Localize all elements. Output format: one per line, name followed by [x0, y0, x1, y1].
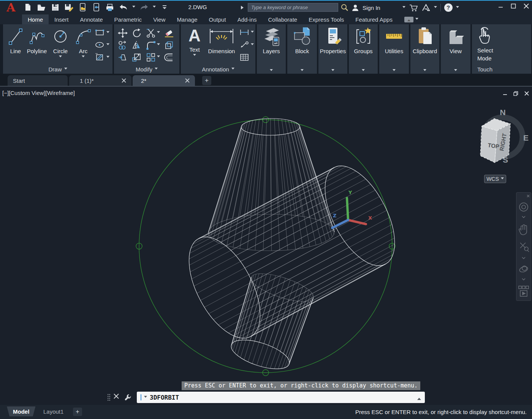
viewport-close-icon[interactable] [524, 91, 529, 96]
layers-panel-footer[interactable] [257, 69, 286, 73]
ribbon-display-button[interactable] [404, 17, 413, 22]
hatch-dropdown-caret-icon[interactable] [106, 56, 109, 59]
save-button[interactable] [50, 3, 60, 12]
fillet-tool-button[interactable] [145, 40, 157, 51]
groups-button[interactable]: Groups [354, 27, 372, 54]
plot-button[interactable] [105, 3, 115, 12]
rectangle-dropdown-caret-icon[interactable] [106, 31, 109, 35]
command-input[interactable]: 3DFORBIT [137, 392, 425, 403]
save-to-mobile-button[interactable] [91, 3, 101, 12]
layers-button[interactable]: Layers [262, 27, 280, 54]
properties-panel-footer[interactable] [318, 69, 347, 73]
undo-button[interactable] [119, 3, 128, 12]
trim-tool-button[interactable] [145, 27, 157, 39]
new-drawing-tab-button[interactable]: + [202, 76, 211, 85]
scale-tool-button[interactable] [131, 52, 142, 63]
new-file-button[interactable] [23, 3, 33, 12]
wcs-dropdown[interactable]: WCS [484, 175, 506, 183]
copy-tool-button[interactable] [117, 40, 128, 51]
ribbon-display-caret-icon[interactable] [415, 18, 418, 21]
autodesk-logo-icon[interactable] [421, 3, 431, 12]
sign-in-dropdown-caret-icon[interactable] [402, 6, 405, 9]
stretch-tool-button[interactable] [117, 52, 128, 63]
ellipse-dropdown-caret-icon[interactable] [106, 43, 109, 47]
polyline-tool-button[interactable]: Polyline [27, 27, 47, 54]
circle-dropdown-caret-icon[interactable] [59, 55, 62, 59]
move-tool-button[interactable] [117, 27, 128, 39]
sign-in-label[interactable]: Sign In [363, 5, 380, 11]
viewcube[interactable]: N E S TOP RIGHT [472, 104, 532, 168]
maximize-button[interactable] [510, 2, 517, 10]
open-from-mobile-button[interactable] [78, 3, 87, 12]
layout1-tab[interactable]: Layout1 [37, 406, 70, 416]
qat-customize-button[interactable] [160, 3, 169, 12]
trim-dropdown-caret-icon[interactable] [157, 31, 160, 35]
help-dropdown-caret-icon[interactable] [456, 6, 459, 9]
help-icon[interactable]: ? [444, 3, 453, 12]
redo-dropdown-caret-icon[interactable] [153, 6, 156, 9]
open-file-button[interactable] [36, 3, 46, 12]
autocad-logo-icon[interactable]: A [3, 1, 19, 14]
view-panel-footer[interactable] [441, 69, 470, 73]
command-history-caret-icon[interactable] [417, 396, 421, 400]
properties-button[interactable]: Properties [324, 27, 342, 54]
tab-annotate[interactable]: Annotate [74, 14, 109, 24]
utilities-button[interactable]: Utilities [385, 27, 403, 54]
new-layout-button[interactable]: + [73, 408, 82, 416]
leader-dropdown-caret-icon[interactable] [251, 43, 254, 47]
offset-tool-button[interactable] [163, 52, 175, 63]
table-icon[interactable] [239, 53, 249, 62]
search-icon[interactable] [340, 3, 349, 12]
groups-panel-footer[interactable] [349, 69, 378, 73]
model-tab[interactable]: Model [7, 406, 35, 416]
minimize-button[interactable] [497, 2, 504, 10]
modify-panel-footer[interactable]: Modify [114, 66, 179, 73]
dimension-dropdown-caret-icon[interactable] [251, 31, 254, 34]
clipboard-button[interactable]: Clipboard [416, 27, 434, 54]
block-button[interactable]: Block [293, 27, 311, 54]
tab-home[interactable]: Home [22, 14, 49, 24]
erase-tool-button[interactable] [163, 27, 175, 39]
annotation-panel-footer[interactable]: Annotation [181, 66, 255, 73]
file-tab-2[interactable]: 2* [133, 75, 195, 86]
draw-panel-footer[interactable]: Draw [3, 66, 112, 73]
autodesk-dropdown-caret-icon[interactable] [434, 6, 437, 9]
tab-insert[interactable]: Insert [49, 14, 74, 24]
tab-collaborate[interactable]: Collaborate [262, 14, 303, 24]
hatch-tool-icon[interactable] [95, 53, 105, 62]
file-tab-1[interactable]: 1 (1)* [69, 75, 131, 86]
drawing-viewport[interactable]: XYZ [−][Custom View][Wireframe] N E S [0, 87, 532, 405]
dimension-tool-button[interactable]: Dimension [205, 27, 238, 54]
text-tool-button[interactable]: A Text [185, 25, 204, 57]
recent-commands-caret-icon[interactable] [144, 396, 147, 399]
rotate-tool-button[interactable] [131, 27, 142, 39]
viewcube-east-label[interactable]: E [523, 133, 529, 142]
line-tool-button[interactable]: Line [5, 27, 26, 54]
leader-icon[interactable] [239, 41, 249, 49]
clipboard-panel-footer[interactable] [410, 69, 439, 73]
explode-tool-button[interactable] [163, 40, 175, 51]
mirror-tool-button[interactable] [131, 40, 142, 51]
array-dropdown-caret-icon[interactable] [157, 55, 160, 59]
app-store-cart-icon[interactable] [409, 3, 418, 12]
viewcube-north-label[interactable]: N [500, 108, 505, 117]
tab-view[interactable]: View [147, 14, 171, 24]
ellipse-tool-icon[interactable] [95, 41, 105, 49]
fillet-dropdown-caret-icon[interactable] [157, 43, 160, 47]
block-panel-footer[interactable] [287, 69, 317, 73]
viewport-restore-icon[interactable] [513, 91, 518, 96]
tab-parametric[interactable]: Parametric [109, 14, 148, 24]
navigation-bar[interactable] [516, 192, 531, 301]
search-input[interactable] [248, 3, 338, 12]
viewport-minimize-icon[interactable] [503, 91, 507, 96]
tab-express-tools[interactable]: Express Tools [303, 14, 350, 24]
arc-dropdown-caret-icon[interactable] [82, 55, 85, 59]
close-tab-icon[interactable] [185, 78, 190, 83]
close-tab-icon[interactable] [122, 78, 126, 83]
search-expand-icon[interactable] [241, 6, 245, 9]
text-dropdown-caret-icon[interactable] [193, 54, 196, 57]
tab-featured-apps[interactable]: Featured Apps [350, 14, 398, 24]
command-line-grip[interactable] [107, 394, 111, 402]
view-button[interactable]: View [446, 27, 465, 54]
rectangle-tool-icon[interactable] [95, 29, 105, 36]
